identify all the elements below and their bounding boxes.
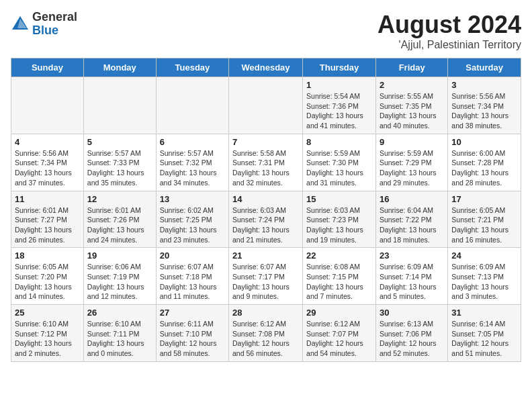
day-number: 20 xyxy=(160,250,225,261)
day-number: 15 xyxy=(306,194,372,204)
logo-text: General Blue xyxy=(32,11,77,38)
header-monday: Monday xyxy=(83,58,156,77)
day-number: 17 xyxy=(451,194,517,204)
day-number: 12 xyxy=(87,194,152,204)
day-info: Sunrise: 6:07 AM Sunset: 7:17 PM Dayligh… xyxy=(232,262,299,302)
day-cell: 21Sunrise: 6:07 AM Sunset: 7:17 PM Dayli… xyxy=(229,248,303,305)
day-number: 27 xyxy=(160,308,225,318)
day-info: Sunrise: 6:08 AM Sunset: 7:15 PM Dayligh… xyxy=(306,262,372,302)
day-info: Sunrise: 6:03 AM Sunset: 7:23 PM Dayligh… xyxy=(306,205,372,245)
day-cell xyxy=(156,77,228,134)
day-number: 1 xyxy=(306,80,372,90)
day-info: Sunrise: 5:59 AM Sunset: 7:29 PM Dayligh… xyxy=(380,148,444,188)
day-info: Sunrise: 5:58 AM Sunset: 7:31 PM Dayligh… xyxy=(232,148,299,188)
day-cell: 26Sunrise: 6:10 AM Sunset: 7:11 PM Dayli… xyxy=(83,305,156,362)
day-info: Sunrise: 6:02 AM Sunset: 7:25 PM Dayligh… xyxy=(160,205,225,245)
day-number: 2 xyxy=(380,80,444,90)
header-row: SundayMondayTuesdayWednesdayThursdayFrid… xyxy=(11,58,521,77)
day-info: Sunrise: 6:05 AM Sunset: 7:20 PM Dayligh… xyxy=(15,262,80,302)
day-cell: 9Sunrise: 5:59 AM Sunset: 7:29 PM Daylig… xyxy=(375,134,447,191)
day-info: Sunrise: 6:10 AM Sunset: 7:11 PM Dayligh… xyxy=(87,319,152,359)
day-cell: 17Sunrise: 6:05 AM Sunset: 7:21 PM Dayli… xyxy=(448,191,521,248)
calendar-table: SundayMondayTuesdayWednesdayThursdayFrid… xyxy=(11,58,521,362)
day-cell: 19Sunrise: 6:06 AM Sunset: 7:19 PM Dayli… xyxy=(83,248,156,305)
day-info: Sunrise: 5:57 AM Sunset: 7:32 PM Dayligh… xyxy=(160,148,225,188)
day-number: 19 xyxy=(87,250,152,261)
day-cell: 30Sunrise: 6:13 AM Sunset: 7:06 PM Dayli… xyxy=(375,305,447,362)
day-number: 29 xyxy=(306,308,372,318)
day-cell: 20Sunrise: 6:07 AM Sunset: 7:18 PM Dayli… xyxy=(156,248,228,305)
page-header: General Blue August 2024 'Ajjul, Palesti… xyxy=(11,11,521,51)
day-number: 6 xyxy=(160,137,225,147)
day-number: 26 xyxy=(87,308,152,318)
day-cell: 28Sunrise: 6:12 AM Sunset: 7:08 PM Dayli… xyxy=(229,305,303,362)
day-info: Sunrise: 6:11 AM Sunset: 7:10 PM Dayligh… xyxy=(160,319,225,359)
logo-general: General xyxy=(32,11,77,24)
day-cell: 12Sunrise: 6:01 AM Sunset: 7:26 PM Dayli… xyxy=(83,191,156,248)
day-number: 18 xyxy=(15,250,80,261)
day-cell: 2Sunrise: 5:55 AM Sunset: 7:35 PM Daylig… xyxy=(375,77,447,134)
day-cell: 15Sunrise: 6:03 AM Sunset: 7:23 PM Dayli… xyxy=(303,191,376,248)
day-cell xyxy=(11,77,84,134)
day-cell: 18Sunrise: 6:05 AM Sunset: 7:20 PM Dayli… xyxy=(11,248,84,305)
day-info: Sunrise: 5:59 AM Sunset: 7:30 PM Dayligh… xyxy=(306,148,372,188)
week-row-1: 1Sunrise: 5:54 AM Sunset: 7:36 PM Daylig… xyxy=(11,77,521,134)
day-info: Sunrise: 6:12 AM Sunset: 7:07 PM Dayligh… xyxy=(306,319,372,359)
day-number: 22 xyxy=(306,250,372,261)
day-cell: 23Sunrise: 6:09 AM Sunset: 7:14 PM Dayli… xyxy=(375,248,447,305)
day-info: Sunrise: 5:56 AM Sunset: 7:34 PM Dayligh… xyxy=(451,91,517,131)
day-info: Sunrise: 6:00 AM Sunset: 7:28 PM Dayligh… xyxy=(451,148,517,188)
day-info: Sunrise: 6:12 AM Sunset: 7:08 PM Dayligh… xyxy=(232,319,299,359)
day-number: 21 xyxy=(232,250,299,261)
day-cell: 5Sunrise: 5:57 AM Sunset: 7:33 PM Daylig… xyxy=(83,134,156,191)
calendar-title: August 2024 xyxy=(378,11,521,39)
logo: General Blue xyxy=(11,11,77,38)
day-cell: 29Sunrise: 6:12 AM Sunset: 7:07 PM Dayli… xyxy=(303,305,376,362)
day-info: Sunrise: 6:10 AM Sunset: 7:12 PM Dayligh… xyxy=(15,319,80,359)
week-row-4: 18Sunrise: 6:05 AM Sunset: 7:20 PM Dayli… xyxy=(11,248,521,305)
day-number: 5 xyxy=(87,137,152,147)
day-cell: 31Sunrise: 6:14 AM Sunset: 7:05 PM Dayli… xyxy=(448,305,521,362)
day-number: 25 xyxy=(15,308,80,318)
day-info: Sunrise: 6:04 AM Sunset: 7:22 PM Dayligh… xyxy=(380,205,444,245)
day-number: 7 xyxy=(232,137,299,147)
day-info: Sunrise: 6:14 AM Sunset: 7:05 PM Dayligh… xyxy=(451,319,517,359)
day-info: Sunrise: 6:07 AM Sunset: 7:18 PM Dayligh… xyxy=(160,262,225,302)
day-cell: 7Sunrise: 5:58 AM Sunset: 7:31 PM Daylig… xyxy=(229,134,303,191)
day-info: Sunrise: 6:09 AM Sunset: 7:14 PM Dayligh… xyxy=(380,262,444,302)
day-cell: 8Sunrise: 5:59 AM Sunset: 7:30 PM Daylig… xyxy=(303,134,376,191)
day-cell: 14Sunrise: 6:03 AM Sunset: 7:24 PM Dayli… xyxy=(229,191,303,248)
day-cell: 16Sunrise: 6:04 AM Sunset: 7:22 PM Dayli… xyxy=(375,191,447,248)
day-number: 16 xyxy=(380,194,444,204)
day-info: Sunrise: 5:54 AM Sunset: 7:36 PM Dayligh… xyxy=(306,91,372,131)
day-number: 8 xyxy=(306,137,372,147)
header-friday: Friday xyxy=(375,58,447,77)
calendar-subtitle: 'Ajjul, Palestinian Territory xyxy=(378,39,521,51)
day-info: Sunrise: 6:13 AM Sunset: 7:06 PM Dayligh… xyxy=(380,319,444,359)
day-number: 10 xyxy=(451,137,517,147)
day-cell: 25Sunrise: 6:10 AM Sunset: 7:12 PM Dayli… xyxy=(11,305,84,362)
day-cell xyxy=(83,77,156,134)
logo-blue: Blue xyxy=(32,24,77,38)
day-cell: 4Sunrise: 5:56 AM Sunset: 7:34 PM Daylig… xyxy=(11,134,84,191)
calendar-body: 1Sunrise: 5:54 AM Sunset: 7:36 PM Daylig… xyxy=(11,77,521,362)
day-cell: 10Sunrise: 6:00 AM Sunset: 7:28 PM Dayli… xyxy=(448,134,521,191)
day-cell: 22Sunrise: 6:08 AM Sunset: 7:15 PM Dayli… xyxy=(303,248,376,305)
day-cell xyxy=(229,77,303,134)
day-info: Sunrise: 5:57 AM Sunset: 7:33 PM Dayligh… xyxy=(87,148,152,188)
week-row-3: 11Sunrise: 6:01 AM Sunset: 7:27 PM Dayli… xyxy=(11,191,521,248)
day-cell: 24Sunrise: 6:09 AM Sunset: 7:13 PM Dayli… xyxy=(448,248,521,305)
day-info: Sunrise: 6:03 AM Sunset: 7:24 PM Dayligh… xyxy=(232,205,299,245)
day-number: 3 xyxy=(451,80,517,90)
calendar-header: SundayMondayTuesdayWednesdayThursdayFrid… xyxy=(11,58,521,77)
day-info: Sunrise: 6:01 AM Sunset: 7:26 PM Dayligh… xyxy=(87,205,152,245)
day-number: 4 xyxy=(15,137,80,147)
week-row-5: 25Sunrise: 6:10 AM Sunset: 7:12 PM Dayli… xyxy=(11,305,521,362)
day-info: Sunrise: 6:09 AM Sunset: 7:13 PM Dayligh… xyxy=(451,262,517,302)
header-sunday: Sunday xyxy=(11,58,84,77)
header-saturday: Saturday xyxy=(448,58,521,77)
day-cell: 3Sunrise: 5:56 AM Sunset: 7:34 PM Daylig… xyxy=(448,77,521,134)
day-number: 13 xyxy=(160,194,225,204)
day-cell: 1Sunrise: 5:54 AM Sunset: 7:36 PM Daylig… xyxy=(303,77,376,134)
day-cell: 27Sunrise: 6:11 AM Sunset: 7:10 PM Dayli… xyxy=(156,305,228,362)
